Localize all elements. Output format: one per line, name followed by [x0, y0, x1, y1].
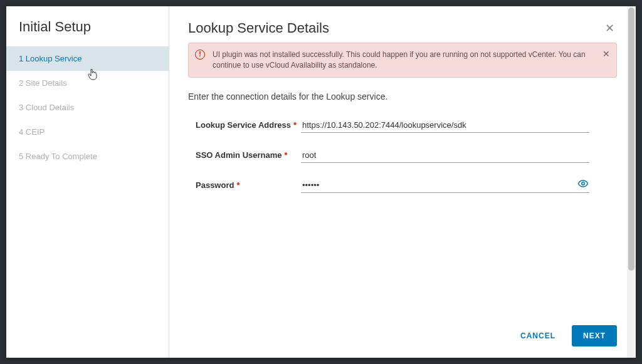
next-button[interactable]: Next [572, 325, 617, 346]
step-number: 3 [19, 103, 23, 112]
step-number: 4 [19, 127, 23, 137]
address-row: Lookup Service Address* [188, 118, 617, 133]
wizard-steps: 1 Lookup Service 2 Site Details 3 Cloud … [6, 46, 169, 169]
username-input-wrap [301, 148, 589, 163]
lookup-service-address-input[interactable] [301, 118, 589, 133]
page-title: Lookup Service Details [188, 20, 329, 36]
password-input[interactable] [301, 178, 589, 193]
cancel-button[interactable]: Cancel [514, 326, 562, 345]
scrollbar-track[interactable] [627, 6, 636, 358]
password-input-wrap [301, 178, 589, 193]
wizard-sidebar: Initial Setup 1 Lookup Service 2 Site De… [6, 6, 169, 358]
step-number: 1 [19, 54, 23, 63]
required-mark: * [236, 180, 239, 190]
step-cloud-details[interactable]: 3 Cloud Details [6, 95, 169, 120]
alert-error-icon: ! [195, 49, 205, 60]
close-icon[interactable]: ✕ [603, 20, 617, 36]
instruction-text: Enter the connection details for the Loo… [188, 91, 617, 101]
address-input-wrap [301, 118, 589, 133]
step-site-details[interactable]: 2 Site Details [6, 71, 169, 95]
password-label: Password* [188, 180, 301, 190]
address-label-text: Lookup Service Address [196, 120, 291, 130]
username-label-text: SSO Admin Username [196, 150, 282, 160]
step-label: Cloud Details [26, 103, 74, 112]
step-number: 5 [19, 152, 23, 161]
setup-wizard-modal: Initial Setup 1 Lookup Service 2 Site De… [6, 6, 636, 358]
username-label: SSO Admin Username* [188, 150, 301, 160]
lookup-form: Lookup Service Address* SSO Admin Userna… [188, 118, 617, 208]
step-label: Site Details [26, 78, 67, 88]
sidebar-title: Initial Setup [6, 19, 169, 46]
step-number: 2 [19, 78, 23, 88]
step-ceip[interactable]: 4 CEIP [6, 120, 169, 144]
address-label: Lookup Service Address* [188, 120, 301, 130]
step-label: CEIP [26, 127, 45, 137]
step-lookup-service[interactable]: 1 Lookup Service [6, 46, 169, 71]
step-label: Ready To Complete [26, 152, 97, 161]
scrollbar-thumb[interactable] [628, 8, 634, 271]
username-row: SSO Admin Username* [188, 148, 617, 163]
step-ready-to-complete[interactable]: 5 Ready To Complete [6, 144, 169, 169]
wizard-main: Lookup Service Details ✕ ! UI plugin was… [169, 6, 636, 358]
password-label-text: Password [196, 180, 234, 190]
error-alert: ! UI plugin was not installed successful… [188, 43, 617, 78]
main-header: Lookup Service Details ✕ [188, 20, 617, 36]
sso-admin-username-input[interactable] [301, 148, 589, 163]
alert-close-icon[interactable]: ✕ [603, 49, 610, 58]
password-row: Password* [188, 178, 617, 193]
required-mark: * [285, 150, 288, 160]
step-label: Lookup Service [26, 54, 82, 63]
required-mark: * [293, 120, 297, 130]
show-password-icon[interactable] [578, 179, 588, 188]
svg-point-0 [582, 182, 584, 184]
wizard-footer: Cancel Next [188, 316, 617, 346]
alert-text: UI plugin was not installed successfully… [213, 50, 586, 70]
